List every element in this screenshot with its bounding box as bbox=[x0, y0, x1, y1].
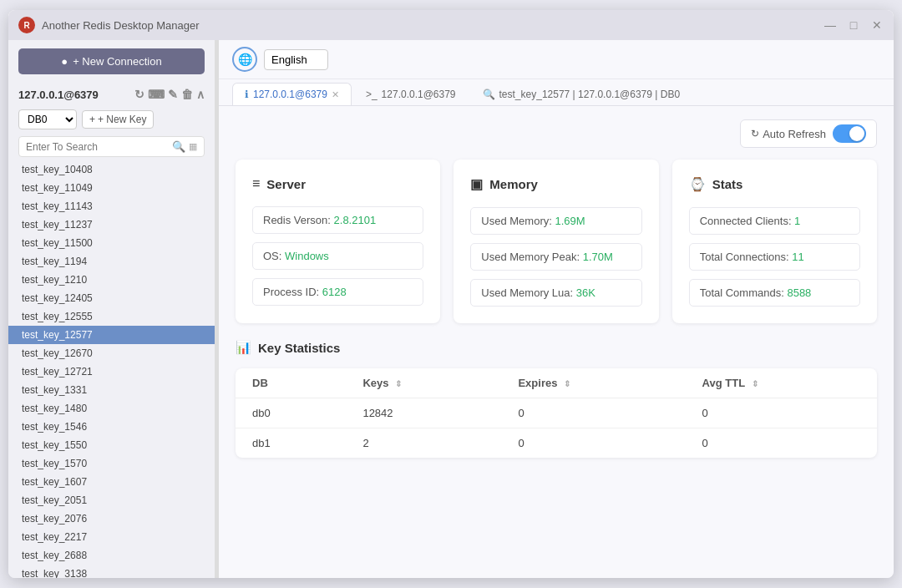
col-header-keys[interactable]: Keys ⇕ bbox=[346, 368, 501, 398]
key-list-item[interactable]: test_key_10408 bbox=[8, 160, 215, 179]
key-list-item[interactable]: test_key_12721 bbox=[8, 362, 215, 381]
tab-terminal-label: 127.0.0.1@6379 bbox=[382, 89, 456, 100]
terminal-icon[interactable]: ⌨ bbox=[148, 88, 165, 101]
main-window: R Another Redis Desktop Manager — □ ✕ ● … bbox=[8, 10, 894, 578]
plus-icon: + bbox=[89, 114, 95, 125]
tab-terminal-icon: >_ bbox=[366, 89, 378, 100]
key-list-item[interactable]: test_key_2688 bbox=[8, 546, 215, 565]
main-content: ↻ Auto Refresh ≡ Server bbox=[219, 106, 894, 578]
key-list-item[interactable]: test_key_11237 bbox=[8, 215, 215, 234]
col-header-db[interactable]: DB bbox=[236, 368, 346, 398]
new-connection-label: + New Connection bbox=[73, 55, 162, 68]
auto-refresh-toggle[interactable] bbox=[833, 124, 866, 143]
key-list-item[interactable]: test_key_11500 bbox=[8, 234, 215, 252]
key-statistics-title: 📊 Key Statistics bbox=[236, 340, 877, 355]
content-topbar: 🌐 English 中文 bbox=[219, 40, 894, 79]
server-title-text: Server bbox=[266, 177, 306, 191]
key-list-item[interactable]: test_key_2076 bbox=[8, 509, 215, 528]
tab-terminal[interactable]: >_ 127.0.0.1@6379 bbox=[353, 83, 469, 105]
key-list-item[interactable]: test_key_12577 bbox=[8, 326, 215, 344]
col-keys-label: Keys bbox=[362, 377, 392, 389]
cell-avgttl: 0 bbox=[686, 428, 877, 459]
window-controls: — □ ✕ bbox=[823, 18, 884, 32]
col-header-avgttl[interactable]: Avg TTL ⇕ bbox=[686, 368, 877, 398]
titlebar: R Another Redis Desktop Manager — □ ✕ bbox=[8, 10, 894, 40]
refresh-small-icon: ↻ bbox=[751, 128, 759, 139]
key-list-item[interactable]: test_key_1480 bbox=[8, 399, 215, 418]
tab-info-icon: ℹ bbox=[245, 89, 249, 100]
search-input[interactable] bbox=[26, 141, 169, 153]
edit-icon[interactable]: ✎ bbox=[168, 88, 178, 101]
key-list-item[interactable]: test_key_1194 bbox=[8, 252, 215, 271]
grid-icon: ▦ bbox=[189, 141, 197, 152]
refresh-icon[interactable]: ↻ bbox=[134, 88, 144, 101]
new-connection-icon: ● bbox=[61, 55, 68, 68]
key-list-item[interactable]: test_key_1607 bbox=[8, 473, 215, 491]
key-list-item[interactable]: test_key_11143 bbox=[8, 197, 215, 215]
total-connections-label: Total Connections: bbox=[700, 251, 793, 263]
table-header-row: DB Keys ⇕ Expires ⇕ bbox=[236, 368, 877, 398]
tab-key-view[interactable]: 🔍 test_key_12577 | 127.0.0.1@6379 | DB0 bbox=[470, 83, 693, 105]
minimize-button[interactable]: — bbox=[823, 18, 837, 32]
tab-close-icon[interactable]: ✕ bbox=[332, 89, 339, 100]
cell-db: db0 bbox=[236, 398, 346, 428]
new-connection-button[interactable]: ● + New Connection bbox=[18, 48, 205, 74]
key-list-item[interactable]: test_key_1546 bbox=[8, 418, 215, 436]
key-list-item[interactable]: test_key_1550 bbox=[8, 436, 215, 454]
table-row: db0 12842 0 0 bbox=[236, 398, 877, 428]
bar-chart-icon: 📊 bbox=[236, 340, 251, 355]
connected-clients-value: 1 bbox=[794, 215, 800, 227]
close-button[interactable]: ✕ bbox=[870, 18, 884, 32]
key-list-item[interactable]: test_key_12405 bbox=[8, 289, 215, 307]
language-select[interactable]: English 中文 bbox=[264, 49, 328, 70]
memory-stat-peak: Used Memory Peak: 1.70M bbox=[470, 243, 641, 271]
key-list-item[interactable]: test_key_2217 bbox=[8, 528, 215, 546]
new-key-button[interactable]: + + New Key bbox=[82, 110, 154, 129]
server-stat-version: Redis Verson: 2.8.2101 bbox=[252, 206, 423, 234]
cell-keys: 12842 bbox=[346, 398, 501, 428]
expand-icon[interactable]: ∧ bbox=[196, 88, 205, 101]
maximize-button[interactable]: □ bbox=[847, 18, 860, 32]
total-connections-value: 11 bbox=[792, 251, 803, 263]
tab-server-info[interactable]: ℹ 127.0.0.1@6379 ✕ bbox=[232, 83, 352, 105]
server-icon: ≡ bbox=[252, 176, 260, 191]
key-statistics-title-text: Key Statistics bbox=[258, 341, 340, 355]
delete-icon[interactable]: 🗑 bbox=[181, 88, 193, 101]
new-key-label: + New Key bbox=[98, 114, 146, 125]
tab-key-icon: 🔍 bbox=[483, 89, 495, 100]
cell-keys: 2 bbox=[346, 428, 501, 459]
key-statistics-section: 📊 Key Statistics DB Keys ⇕ bbox=[236, 340, 877, 458]
key-list-item[interactable]: test_key_1210 bbox=[8, 271, 215, 289]
key-list-item[interactable]: test_key_3138 bbox=[8, 565, 215, 578]
col-expires-label: Expires bbox=[518, 377, 560, 389]
col-header-expires[interactable]: Expires ⇕ bbox=[501, 368, 685, 398]
server-os-label: OS: bbox=[263, 250, 285, 262]
memory-card-title: ▣ Memory bbox=[470, 176, 641, 192]
auto-refresh-wrap: ↻ Auto Refresh bbox=[740, 119, 877, 148]
server-card: ≡ Server Redis Verson: 2.8.2101 OS: Wind… bbox=[236, 160, 440, 323]
search-icon: 🔍 bbox=[172, 140, 185, 153]
memory-icon: ▣ bbox=[470, 176, 483, 192]
stat-connected-clients: Connected Clients: 1 bbox=[689, 207, 860, 235]
key-list-item[interactable]: test_key_1570 bbox=[8, 454, 215, 473]
col-avgttl-label: Avg TTL bbox=[702, 377, 748, 389]
key-list-item[interactable]: test_key_1331 bbox=[8, 381, 215, 399]
memory-stat-lua: Used Memory Lua: 36K bbox=[470, 279, 641, 307]
cards-row: ≡ Server Redis Verson: 2.8.2101 OS: Wind… bbox=[236, 160, 877, 323]
keys-sort-icon: ⇕ bbox=[395, 379, 402, 388]
window-title: Another Redis Desktop Manager bbox=[42, 19, 823, 32]
connection-header: 127.0.0.1@6379 ↻ ⌨ ✎ 🗑 ∧ bbox=[8, 83, 215, 106]
stats-card-title: ⌚ Stats bbox=[689, 176, 860, 192]
globe-button[interactable]: 🌐 bbox=[232, 47, 257, 72]
memory-stat-used: Used Memory: 1.69M bbox=[470, 207, 641, 235]
search-bar: 🔍 ▦ bbox=[18, 136, 205, 157]
key-list-item[interactable]: test_key_11049 bbox=[8, 179, 215, 197]
db-select[interactable]: DB0 DB1 bbox=[18, 109, 77, 129]
key-list-item[interactable]: test_key_12555 bbox=[8, 307, 215, 326]
stats-icon: ⌚ bbox=[689, 176, 706, 192]
app-logo: R bbox=[18, 17, 35, 33]
key-list-item[interactable]: test_key_12670 bbox=[8, 344, 215, 362]
expires-sort-icon: ⇕ bbox=[564, 379, 570, 388]
used-memory-value: 1.69M bbox=[555, 215, 585, 227]
key-list-item[interactable]: test_key_2051 bbox=[8, 491, 215, 509]
